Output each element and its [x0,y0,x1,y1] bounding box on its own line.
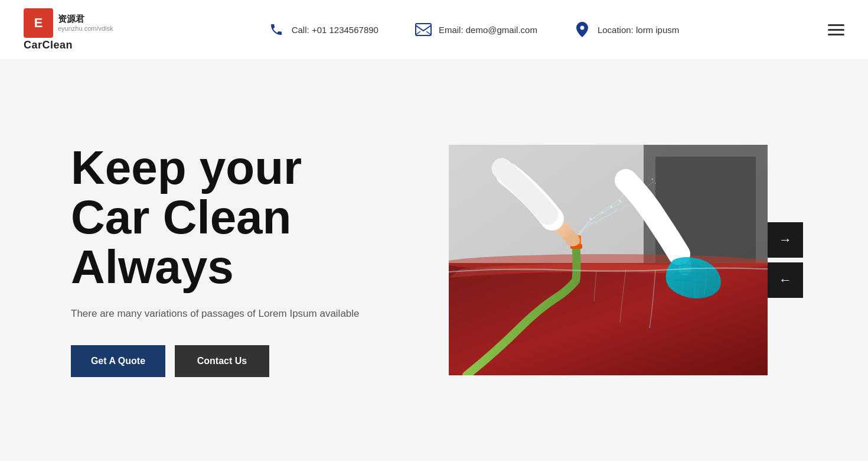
hero-image [449,145,768,375]
svg-point-17 [566,235,580,246]
email-label: Email: demo@gmail.com [439,25,537,35]
logo-area: E 资源君 eyunzhu.com/vdisk CarClean [24,8,130,51]
svg-point-10 [602,212,603,214]
svg-point-13 [655,183,656,184]
location-label: Location: lorm ipusm [598,25,679,35]
hamburger-menu[interactable] [828,24,844,35]
logo-url: eyunzhu.com/vdisk [58,25,113,32]
contact-us-button[interactable]: Contact Us [175,345,269,377]
hero-section: Keep your Car Clean Always There are man… [0,59,868,461]
logo-chinese-name: 资源君 [58,14,113,25]
slider-next-button[interactable]: → [768,222,803,258]
header-contact: Call: +01 1234567890 Email: demo@gmail.c… [130,20,816,39]
location-icon [573,20,592,39]
svg-point-8 [610,206,612,208]
contact-phone: Call: +01 1234567890 [267,20,378,39]
hero-buttons: Get A Quote Contact Us [71,345,425,377]
logo-brand: CarClean [24,39,73,51]
hero-subtitle: There are many variations of passages of… [71,306,425,322]
email-icon [414,20,433,39]
slider-prev-button[interactable]: ← [768,262,803,298]
slider-arrows: → ← [768,222,803,298]
svg-point-14 [652,178,654,180]
contact-email: Email: demo@gmail.com [414,20,537,39]
logo-text-block: 资源君 eyunzhu.com/vdisk [58,14,113,32]
site-header: E 资源君 eyunzhu.com/vdisk CarClean Call: +… [0,0,868,59]
svg-point-12 [589,217,592,220]
get-quote-button[interactable]: Get A Quote [71,345,165,377]
hero-title: Keep your Car Clean Always [71,143,425,292]
phone-icon [267,20,286,39]
logo-box: E 资源君 eyunzhu.com/vdisk [24,8,113,38]
logo-icon: E [24,8,53,38]
contact-location: Location: lorm ipusm [573,20,679,39]
phone-label: Call: +01 1234567890 [292,25,378,35]
hero-text: Keep your Car Clean Always There are man… [71,143,425,377]
hero-image-area: → ← [449,145,768,375]
svg-point-6 [619,200,621,202]
